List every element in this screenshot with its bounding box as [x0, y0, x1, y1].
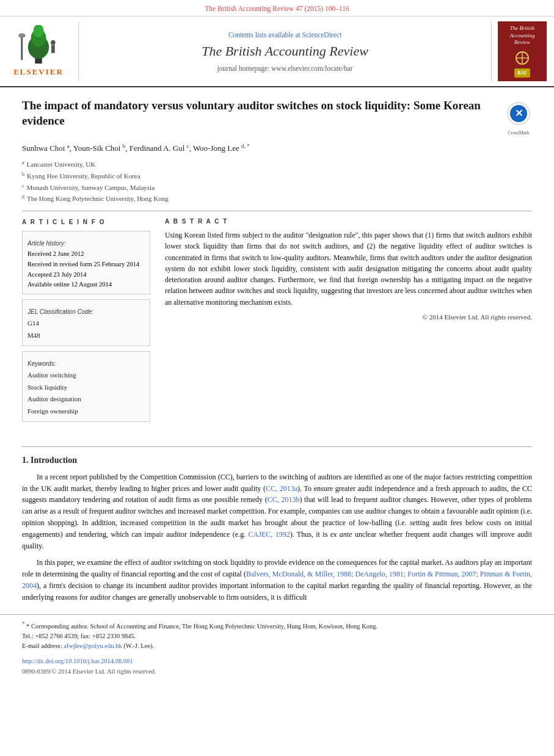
footnote-star: * * Corresponding author. School of Acco… [22, 620, 532, 631]
abstract-column: A B S T R A C T Using Korean listed firm… [165, 217, 532, 427]
svg-rect-7 [51, 45, 55, 53]
crossmark-badge: ✕ CrossMark [505, 102, 532, 136]
history-label: Article history: [27, 239, 145, 249]
journal-title-section: Contents lists available at ScienceDirec… [78, 21, 492, 81]
revised-date: Received in revised form 25 February 201… [27, 260, 145, 270]
cc2013a-link[interactable]: CC, 2013a [266, 484, 297, 493]
paper-section: The impact of mandatory versus voluntary… [0, 87, 554, 442]
introduction-section: 1. Introduction In a recent report publi… [0, 452, 554, 614]
svg-rect-4 [21, 37, 23, 60]
authors-line: Sunhwa Choi a, Youn-Sik Choi b, Ferdinan… [22, 142, 532, 154]
abstract-text: Using Korean listed firms subject to the… [165, 230, 532, 308]
journal-header: ELSEVIER Contents lists available at Sci… [0, 16, 554, 87]
jel-box: JEL Classification Code: G14M48 [22, 299, 150, 346]
baf-badge: BAF [514, 68, 530, 78]
article-info-column: A R T I C L E I N F O Article history: R… [22, 217, 150, 427]
svg-point-5 [18, 34, 25, 38]
crossmark-label: CrossMark [505, 129, 532, 136]
journal-citation: The British Accounting Review 47 (2015) … [0, 0, 554, 16]
keywords-label: Keywords: [27, 359, 145, 369]
elsevier-logo: ELSEVIER [5, 21, 72, 81]
citation-text: The British Accounting Review 47 (2015) … [205, 5, 349, 12]
elsevier-tree-icon [14, 25, 63, 65]
section-divider [22, 446, 532, 447]
footnote-tel: Tel.: +852 2766 4539; fax: +852 2330 984… [22, 631, 532, 641]
bar-title: The BritishAccountingReview [510, 25, 535, 46]
article-history-box: Article history: Received 2 June 2012 Re… [22, 231, 150, 294]
cc2013b-link[interactable]: CC, 2013b [268, 495, 300, 504]
cajec-link[interactable]: CAJEC, 1992 [249, 530, 290, 539]
keywords-box: Keywords: Auditor switching Stock liquid… [22, 351, 150, 422]
abstract-label: A B S T R A C T [165, 217, 532, 226]
elsevier-wordmark: ELSEVIER [13, 67, 64, 78]
article-columns: A R T I C L E I N F O Article history: R… [22, 211, 532, 427]
footnote-section: * * Corresponding author. School of Acco… [0, 614, 554, 655]
copyright-line: © 2014 Elsevier Ltd. All rights reserved… [165, 313, 532, 322]
received-date: Received 2 June 2012 [27, 249, 145, 260]
bar-icon [510, 50, 534, 68]
accepted-date: Accepted 23 July 2014 [27, 270, 145, 280]
keywords-list: Auditor switching Stock liquidity Audito… [27, 369, 145, 418]
journal-title: The British Accounting Review [202, 42, 368, 61]
svg-text:✕: ✕ [515, 108, 523, 118]
paper-title: The impact of mandatory versus voluntary… [22, 98, 499, 128]
jel-codes: G14M48 [27, 318, 145, 342]
available-date: Available online 12 August 2014 [27, 280, 145, 290]
article-info-label: A R T I C L E I N F O [22, 217, 150, 227]
jel-label: JEL Classification Code: [27, 307, 145, 317]
paper-title-row: The impact of mandatory versus voluntary… [22, 98, 532, 136]
bar-logo: The BritishAccountingReview BAF [498, 21, 547, 81]
doi-link[interactable]: http://dx.doi.org/10.1016/j.bar.2014.08.… [22, 658, 133, 664]
svg-point-6 [51, 40, 56, 45]
intro-paragraph-2: In this paper, we examine the effect of … [22, 557, 532, 603]
svg-point-3 [33, 25, 43, 37]
footnote-email: E-mail address: afwjlee@polyu.edu.hk (W.… [22, 641, 532, 651]
affiliations: a Lancaster University, UK b Kyung Hee U… [22, 159, 532, 205]
journal-homepage: journal homepage: www.elsevier.com/locat… [217, 64, 352, 73]
intro-heading: 1. Introduction [22, 454, 532, 467]
issn-line: 0890-8389/© 2014 Elsevier Ltd. All right… [0, 666, 554, 680]
doi-line: http://dx.doi.org/10.1016/j.bar.2014.08.… [0, 655, 554, 666]
crossmark-icon: ✕ [507, 102, 530, 125]
contents-available-text: Contents lists available at ScienceDirec… [228, 30, 341, 40]
email-link[interactable]: afwjlee@polyu.edu.hk [64, 642, 122, 649]
balvers-link[interactable]: Balvers, McDonald, & Miller, 1988; DeAng… [22, 570, 532, 590]
intro-paragraph-1: In a recent report published by the Comp… [22, 471, 532, 553]
